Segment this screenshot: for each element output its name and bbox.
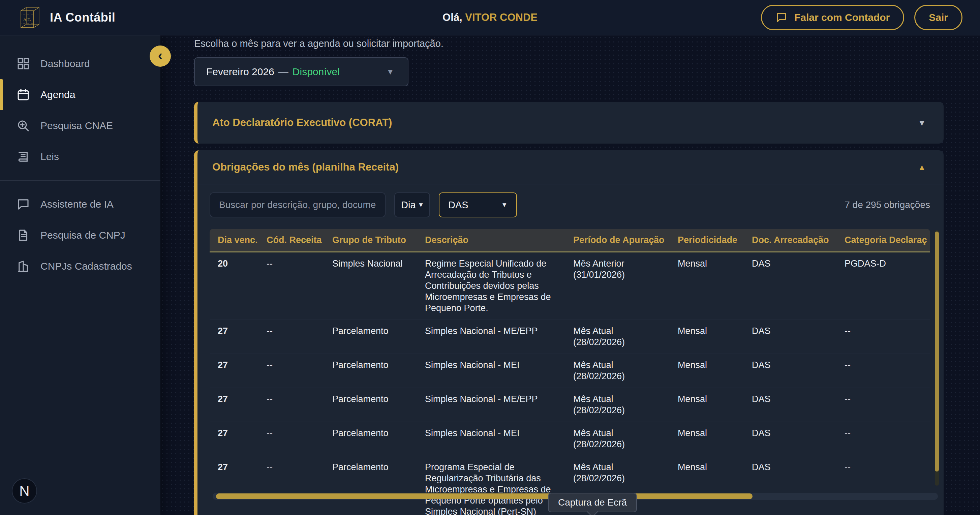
cell-cod-receita: -- (258, 354, 324, 388)
document-filter-select[interactable]: DAS ▼ (439, 192, 517, 218)
cell-cod-receita: -- (258, 320, 324, 354)
col-header-dia-venc: Dia venc. (210, 229, 258, 251)
cell-periodicidade: Mensal (670, 253, 744, 319)
day-filter-value: Dia (401, 200, 416, 211)
dashboard-grid-icon (16, 57, 30, 71)
obligations-filter-row: Dia ▼ DAS ▼ 7 de 295 obrigações (197, 184, 943, 224)
sidebar-item-label: Agenda (40, 89, 75, 100)
screenshot-tooltip-label: Captura de Ecrã (558, 497, 627, 508)
greeting-prefix: Olá, (442, 11, 465, 23)
chat-bubble-icon (16, 197, 30, 211)
cell-dia-venc: 27 (210, 456, 258, 515)
table-row[interactable]: 20 -- Simples Nacional Regime Especial U… (210, 253, 930, 320)
table-row[interactable]: 27 -- Parcelamento Simples Nacional - ME… (210, 354, 930, 388)
col-header-doc-arrecadacao: Doc. Arrecadação (744, 229, 837, 251)
table-row[interactable]: 27 -- Parcelamento Simples Nacional - ME… (210, 388, 930, 422)
sidebar-collapse-button[interactable]: ‹ (150, 46, 171, 67)
cell-grupo-tributo: Parcelamento (324, 354, 417, 388)
chevron-up-icon: ▲ (918, 162, 926, 172)
contact-accountant-label: Falar com Contador (794, 12, 890, 23)
month-select-separator: — (278, 66, 288, 78)
sidebar-item-leis[interactable]: Leis (0, 141, 161, 172)
sidebar-item-assistente-ia[interactable]: Assistente de IA (0, 189, 161, 220)
scrollbar-thumb[interactable] (935, 232, 939, 472)
cell-doc-arrecadacao: DAS (744, 456, 837, 515)
table-body: 20 -- Simples Nacional Regime Especial U… (210, 253, 930, 515)
cell-categoria-declaracao: -- (837, 354, 930, 388)
col-header-grupo-tributo: Grupo de Tributo (324, 229, 417, 251)
sidebar-item-cnpjs-cadastrados[interactable]: CNPJs Cadastrados (0, 251, 161, 282)
cell-cod-receita: -- (258, 456, 324, 515)
table-header-row: Dia venc. Cód. Receita Grupo de Tributo … (210, 229, 930, 253)
obligations-accordion: Obrigações do mês (planilha Receita) ▲ D… (194, 150, 943, 515)
day-filter-select[interactable]: Dia ▼ (394, 192, 430, 218)
logout-button[interactable]: Sair (914, 5, 963, 30)
nextjs-dev-badge[interactable]: N (12, 478, 37, 504)
user-greeting: Olá, VITOR CONDE (442, 11, 538, 24)
screenshot-tooltip: Captura de Ecrã (548, 493, 637, 512)
top-header: A.T. IA Contábil Olá, VITOR CONDE Falar … (0, 0, 980, 35)
corat-accordion[interactable]: Ato Declaratório Executivo (CORAT) ▼ (194, 102, 943, 143)
cell-doc-arrecadacao: DAS (744, 388, 837, 422)
sidebar-item-label: Assistente de IA (40, 199, 114, 210)
cell-categoria-declaracao: -- (837, 388, 930, 422)
table-row[interactable]: 27 -- Parcelamento Simples Nacional - ME… (210, 320, 930, 354)
month-select-status: Disponível (293, 66, 340, 78)
cell-cod-receita: -- (258, 388, 324, 422)
cell-descricao: Simples Nacional - MEI (417, 422, 565, 456)
cell-dia-venc: 20 (210, 253, 258, 319)
cell-periodo-apuracao: Mês Atual (28/02/2026) (565, 422, 670, 456)
document-icon (16, 228, 30, 242)
sidebar-item-pesquisa-cnpj[interactable]: Pesquisa de CNPJ (0, 220, 161, 251)
cell-periodo-apuracao: Mês Atual (28/02/2026) (565, 388, 670, 422)
chevron-left-icon: ‹ (158, 49, 162, 62)
svg-text:A.T.: A.T. (23, 17, 31, 22)
cell-categoria-declaracao: PGDAS-D (837, 253, 930, 319)
sidebar-item-label: CNPJs Cadastrados (40, 261, 132, 272)
contact-accountant-button[interactable]: Falar com Contador (761, 5, 904, 30)
cell-periodicidade: Mensal (670, 320, 744, 354)
month-select[interactable]: Fevereiro 2026 — Disponível ▼ (194, 57, 409, 86)
col-header-cod-receita: Cód. Receita (258, 229, 324, 251)
cell-grupo-tributo: Parcelamento (324, 422, 417, 456)
main-content: Escolha o mês para ver a agenda ou solic… (161, 35, 980, 515)
cell-dia-venc: 27 (210, 320, 258, 354)
cell-grupo-tributo: Simples Nacional (324, 253, 417, 319)
book-icon (16, 149, 30, 164)
cell-descricao: Regime Especial Unificado de Arrecadação… (417, 253, 565, 319)
calendar-icon (16, 87, 30, 102)
obligations-table: Dia venc. Cód. Receita Grupo de Tributo … (210, 229, 930, 515)
document-filter-value: DAS (448, 200, 468, 211)
cell-categoria-declaracao: -- (837, 456, 930, 515)
col-header-periodicidade: Periodicidade (670, 229, 744, 251)
cell-descricao: Simples Nacional - MEI (417, 354, 565, 388)
search-input[interactable] (210, 192, 385, 218)
scrollbar-thumb[interactable] (216, 493, 752, 499)
obligations-accordion-header[interactable]: Obrigações do mês (planilha Receita) ▲ (197, 150, 943, 184)
app-title: IA Contábil (50, 10, 115, 25)
cell-descricao: Simples Nacional - ME/EPP (417, 388, 565, 422)
cell-doc-arrecadacao: DAS (744, 422, 837, 456)
sidebar-item-label: Dashboard (40, 58, 90, 70)
cell-doc-arrecadacao: DAS (744, 320, 837, 354)
cell-periodo-apuracao: Mês Atual (28/02/2026) (565, 320, 670, 354)
brand: A.T. IA Contábil (0, 5, 115, 30)
table-row[interactable]: 27 -- Parcelamento Simples Nacional - ME… (210, 422, 930, 456)
cell-doc-arrecadacao: DAS (744, 253, 837, 319)
chevron-down-icon: ▼ (501, 201, 508, 209)
app-logo-cube-icon: A.T. (19, 5, 41, 30)
col-header-categoria-declaracao: Categoria Declaraç (837, 229, 930, 251)
cell-doc-arrecadacao: DAS (744, 354, 837, 388)
cell-periodicidade: Mensal (670, 388, 744, 422)
sidebar-item-agenda[interactable]: Agenda (0, 79, 161, 110)
cell-cod-receita: -- (258, 253, 324, 319)
table-vertical-scrollbar[interactable] (935, 230, 939, 486)
logout-label: Sair (929, 12, 948, 23)
chat-bubble-icon (775, 11, 788, 24)
cell-periodicidade: Mensal (670, 422, 744, 456)
sidebar-item-dashboard[interactable]: Dashboard (0, 48, 161, 79)
cell-categoria-declaracao: -- (837, 320, 930, 354)
sidebar-item-pesquisa-cnae[interactable]: Pesquisa CNAE (0, 110, 161, 141)
cell-dia-venc: 27 (210, 422, 258, 456)
col-header-periodo-apuracao: Período de Apuração (565, 229, 670, 251)
